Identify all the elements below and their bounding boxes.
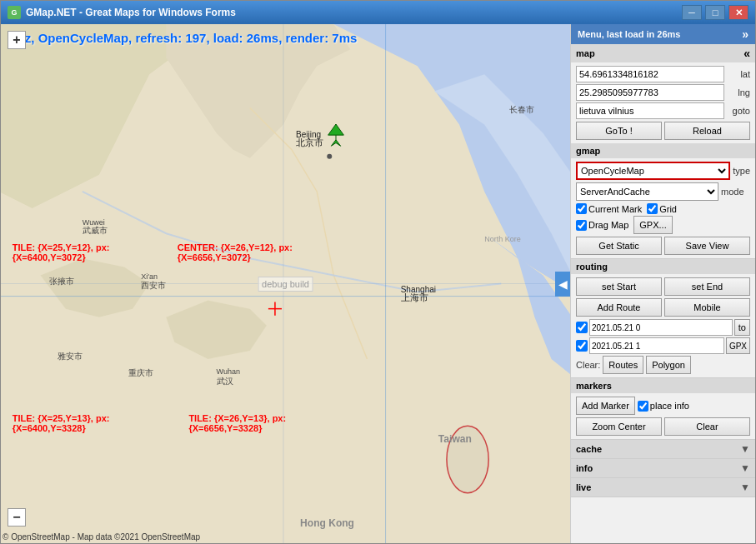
zoom-out-button[interactable]: − (8, 508, 26, 527)
current-mark-checkbox[interactable] (576, 203, 587, 214)
close-button[interactable]: ✕ (728, 5, 748, 20)
map-section-label: map (576, 48, 595, 58)
place-info-label: place info (650, 401, 689, 411)
info-section-label: info (576, 463, 593, 473)
main-window: G GMap.NET - Great Maps for Windows Form… (0, 0, 756, 544)
minimize-button[interactable]: ─ (682, 5, 702, 20)
svg-text:长春市: 长春市 (509, 105, 534, 114)
map-copyright: © OpenStreetMap - Map data ©2021 OpenStr… (3, 532, 200, 542)
panel-collapse-button[interactable]: ◀ (555, 272, 570, 297)
grid-checkbox-item[interactable]: Grid (647, 203, 677, 214)
live-section-header[interactable]: live ▼ (571, 478, 755, 497)
set-end-button[interactable]: set End (664, 277, 750, 296)
gmap-section-header[interactable]: gmap (571, 143, 755, 158)
title-bar: G GMap.NET - Great Maps for Windows Form… (1, 1, 755, 24)
place-info-item[interactable]: place info (638, 401, 689, 412)
get-static-button[interactable]: Get Static (576, 237, 662, 255)
cache-collapse-icon: ▼ (740, 443, 750, 455)
lng-input[interactable] (576, 84, 724, 101)
map-type-select[interactable]: OpenCycleMap (576, 162, 730, 180)
lat-input[interactable] (576, 66, 724, 82)
date1-input[interactable] (589, 319, 733, 336)
add-marker-row: Add Marker place info (576, 397, 750, 415)
polygon-button[interactable]: Polygon (646, 356, 691, 374)
markers-section-label: markers (576, 381, 612, 391)
maximize-button[interactable]: □ (705, 5, 725, 20)
zoom-clear-row: Zoom Center Clear (576, 417, 750, 436)
tile-label-2: CENTER: {X=26,Y=12}, px: {X=6656,Y=3072} (178, 242, 293, 262)
clear-row: Clear: Routes Polygon (576, 356, 750, 374)
svg-text:雅安市: 雅安市 (58, 352, 83, 361)
markers-section-header[interactable]: markers (571, 378, 755, 393)
current-mark-checkbox-item[interactable]: Current Mark (576, 203, 642, 214)
tile-label-3: TILE: {X=25,Y=13}, px: {X=6400,Y=3328} (13, 413, 110, 433)
svg-text:重庆市: 重庆市 (128, 368, 153, 377)
tile-label-1: TILE: {X=25,Y=12}, px: {X=6400,Y=3072} (13, 242, 110, 262)
mode-row: ServerAndCache mode (576, 182, 750, 201)
window-title: GMap.NET - Great Maps for Windows Forms (26, 7, 682, 18)
routes-clear-button[interactable]: Routes (603, 356, 643, 374)
markers-section-content: Add Marker place info Zoom Center Clear (571, 393, 755, 439)
svg-text:Beijing: Beijing (296, 130, 321, 139)
svg-point-6 (327, 154, 332, 159)
mobile-button[interactable]: Mobile (664, 298, 750, 317)
set-start-button[interactable]: set Start (576, 277, 662, 296)
svg-text:Shanghai: Shanghai (401, 285, 436, 294)
gpx-route-button[interactable]: GPX (726, 337, 750, 354)
goto-label: goto (727, 106, 750, 116)
coordinates-section: lat lng goto GoTo ! Reload (571, 62, 755, 143)
routing-section-content: set Start set End Add Route Mobile to (571, 274, 755, 377)
map-section-header[interactable]: map « (571, 44, 755, 62)
routing-section-header[interactable]: routing (571, 259, 755, 274)
svg-text:Wuhan: Wuhan (217, 367, 240, 376)
zoom-center-button[interactable]: Zoom Center (576, 417, 662, 436)
mode-label: mode (721, 187, 750, 197)
panel-header-collapse[interactable]: » (742, 27, 748, 41)
svg-text:武威市: 武威市 (83, 226, 108, 235)
date2-input[interactable] (589, 337, 724, 354)
gpx-button[interactable]: GPX... (633, 216, 672, 234)
drag-map-checkbox[interactable] (576, 220, 587, 231)
map-status-text: 5.0z, OpenCycleMap, refresh: 197, load: … (8, 31, 357, 45)
svg-text:North Kore: North Kore (484, 235, 521, 243)
svg-text:Hong Kong: Hong Kong (300, 517, 354, 529)
lat-row: lat (576, 66, 750, 82)
date2-row: GPX (576, 337, 750, 354)
place-info-checkbox[interactable] (638, 401, 648, 412)
add-route-button[interactable]: Add Route (576, 298, 662, 317)
save-view-button[interactable]: Save View (664, 237, 750, 255)
map-section-collapse-icon: « (743, 47, 750, 60)
map-marker (326, 124, 346, 151)
date1-row: to (576, 319, 750, 336)
add-marker-button[interactable]: Add Marker (576, 397, 635, 415)
to-button[interactable]: to (734, 319, 750, 336)
drag-map-checkbox-item[interactable]: Drag Map (576, 220, 628, 231)
checkbox-row-1: Current Mark Grid (576, 203, 750, 214)
right-panel: Menu, last load in 26ms » map « lat (570, 24, 755, 543)
goto-input[interactable] (576, 102, 724, 119)
reload-button[interactable]: Reload (664, 122, 750, 140)
live-section-label: live (576, 482, 591, 492)
gmap-section: gmap OpenCycleMap type ServerAndCache mo… (571, 143, 755, 259)
date1-checkbox[interactable] (576, 322, 588, 333)
map-type-row: OpenCycleMap type (576, 162, 750, 180)
type-label: type (733, 166, 750, 176)
goto-row: goto (576, 102, 750, 119)
info-section: info ▼ (571, 459, 755, 478)
goto-button[interactable]: GoTo ! (576, 122, 662, 140)
clear-label: Clear: (576, 360, 600, 370)
routing-section: routing set Start set End Add Route Mobi… (571, 259, 755, 378)
grid-checkbox[interactable] (647, 203, 658, 214)
info-section-header[interactable]: info ▼ (571, 459, 755, 477)
zoom-in-button[interactable]: + (8, 31, 26, 49)
cache-section-header[interactable]: cache ▼ (571, 440, 755, 458)
tile-label-4: TILE: {X=26,Y=13}, px: {X=6656,Y=3328} (188, 413, 286, 433)
window-controls: ─ □ ✕ (682, 5, 748, 20)
map-area[interactable]: 北京市 Beijing 上海市 Shanghai 武威市 Wuwei 张掖市 雅… (1, 24, 570, 543)
live-collapse-icon: ▼ (740, 482, 750, 493)
date2-checkbox[interactable] (576, 340, 588, 352)
mode-select[interactable]: ServerAndCache (576, 182, 718, 201)
markers-section: markers Add Marker place info Zoom Cente… (571, 378, 755, 440)
markers-clear-button[interactable]: Clear (664, 417, 750, 436)
lng-label: lng (727, 87, 750, 97)
